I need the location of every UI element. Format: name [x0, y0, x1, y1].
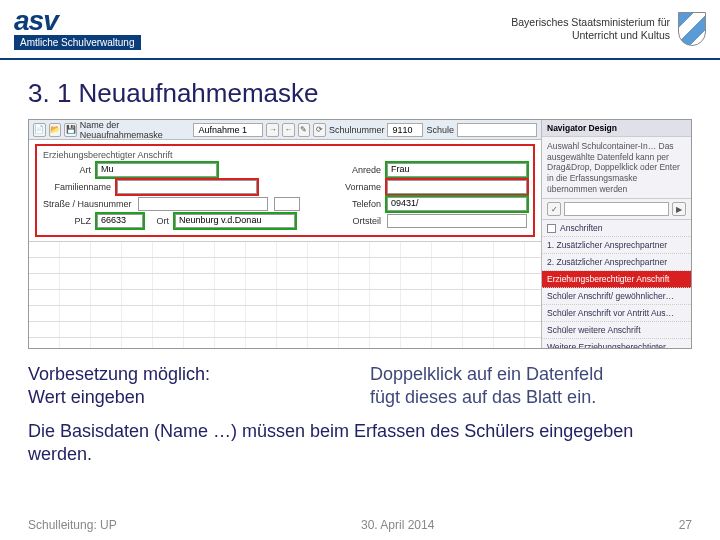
- captions-row: Vorbesetzung möglich: Wert eingeben Dopp…: [0, 349, 720, 416]
- mask-name-field[interactable]: Aufnahme 1: [193, 123, 263, 137]
- side-list: 1. Zusätzlicher Ansprechpartner 2. Zusät…: [542, 237, 691, 348]
- hausnr-input[interactable]: [274, 197, 300, 211]
- anrede-label: Anrede: [341, 165, 381, 175]
- ministry-line1: Bayerisches Staatsministerium für: [511, 16, 670, 29]
- slide-footer: Schulleitung: UP 30. April 2014 27: [0, 518, 720, 532]
- side-section-label: Anschriften: [560, 223, 603, 233]
- bavaria-crest-icon: [678, 12, 706, 46]
- plz-label: PLZ: [43, 216, 91, 226]
- schule-field[interactable]: [457, 123, 537, 137]
- app-main: 📄 📂 💾 Name der Neuaufnahmemaske Aufnahme…: [29, 120, 541, 348]
- side-item[interactable]: Schüler weitere Anschrift: [542, 322, 691, 339]
- side-item[interactable]: Schüler Anschrift/ gewöhnlicher…: [542, 288, 691, 305]
- slide-header: asv Amtliche Schulverwaltung Bayerisches…: [0, 0, 720, 60]
- toolbar-open-icon[interactable]: 📂: [49, 123, 62, 137]
- form-row-1: Art Mu Anrede Frau: [43, 163, 527, 177]
- toolbar-save-icon[interactable]: 💾: [64, 123, 77, 137]
- familienname-label: Familienname: [43, 182, 111, 192]
- footer-right: 27: [679, 518, 692, 532]
- caption-left-l2: Wert eingeben: [28, 386, 350, 409]
- logo-text: asv: [14, 8, 141, 33]
- form-area: Erziehungsberechtigter Anschrift Art Mu …: [29, 140, 541, 242]
- side-item[interactable]: 2. Zusätzlicher Ansprechpartner: [542, 254, 691, 271]
- footer-center: 30. April 2014: [361, 518, 434, 532]
- vorname-input[interactable]: [387, 180, 527, 194]
- toolbar-new-icon[interactable]: 📄: [33, 123, 46, 137]
- side-hint: Auswahl Schulcontainer-In… Das ausgewähl…: [542, 137, 691, 199]
- checkbox-icon[interactable]: [547, 224, 556, 233]
- ort-input[interactable]: Neunburg v.d.Donau: [175, 214, 295, 228]
- ortsteil-label: Ortsteil: [341, 216, 381, 226]
- strasse-input[interactable]: [138, 197, 268, 211]
- mask-name-label: Name der Neuaufnahmemaske: [80, 120, 191, 140]
- side-item-selected[interactable]: Erziehungsberechtigter Anschrift: [542, 271, 691, 288]
- form-group-label: Erziehungsberechtigter Anschrift: [43, 150, 527, 160]
- logo-subtitle: Amtliche Schulverwaltung: [14, 35, 141, 50]
- vorname-label: Vorname: [341, 182, 381, 192]
- caption-right-l2: fügt dieses auf das Blatt ein.: [370, 386, 692, 409]
- caption-right-l1: Doppelklick auf ein Datenfeld: [370, 363, 692, 386]
- side-section-anschriften[interactable]: Anschriften: [542, 220, 691, 237]
- strasse-label: Straße / Hausnummer: [43, 199, 132, 209]
- side-title: Navigator Design: [542, 120, 691, 137]
- plz-input[interactable]: 66633: [97, 214, 143, 228]
- toolbar-arrow-icon[interactable]: →: [266, 123, 279, 137]
- telefon-label: Telefon: [341, 199, 381, 209]
- bottom-text: Die Basisdaten (Name …) müssen beim Erfa…: [0, 416, 720, 467]
- schulnr-label: Schulnummer: [329, 125, 385, 135]
- caption-right: Doppelklick auf ein Datenfeld fügt diese…: [370, 363, 692, 408]
- ministry-line2: Unterricht und Kultus: [511, 29, 670, 42]
- form-highlight-box: Erziehungsberechtigter Anschrift Art Mu …: [35, 144, 535, 237]
- telefon-input[interactable]: 09431/: [387, 197, 527, 211]
- schule-label: Schule: [426, 125, 454, 135]
- anrede-input[interactable]: Frau: [387, 163, 527, 177]
- art-label: Art: [43, 165, 91, 175]
- header-right: Bayerisches Staatsministerium für Unterr…: [511, 12, 706, 46]
- side-search-input[interactable]: [564, 202, 669, 216]
- ministry-text: Bayerisches Staatsministerium für Unterr…: [511, 16, 670, 41]
- side-panel: Navigator Design Auswahl Schulcontainer-…: [541, 120, 691, 348]
- caption-left-l1: Vorbesetzung möglich:: [28, 363, 350, 386]
- form-row-2: Familienname Vorname: [43, 180, 527, 194]
- app-screenshot: 📄 📂 💾 Name der Neuaufnahmemaske Aufnahme…: [28, 119, 692, 349]
- side-search-row: ✓ ▶: [542, 199, 691, 220]
- side-item[interactable]: Weitere Erziehungsberechtigter…: [542, 339, 691, 348]
- form-row-3: Straße / Hausnummer Telefon 09431/: [43, 197, 527, 211]
- side-item[interactable]: Schüler Anschrift vor Antritt Aus…: [542, 305, 691, 322]
- art-input[interactable]: Mu: [97, 163, 217, 177]
- familienname-input[interactable]: [117, 180, 257, 194]
- ortsteil-input[interactable]: [387, 214, 527, 228]
- side-item[interactable]: 1. Zusätzlicher Ansprechpartner: [542, 237, 691, 254]
- logo-block: asv Amtliche Schulverwaltung: [14, 8, 141, 50]
- caption-left: Vorbesetzung möglich: Wert eingeben: [28, 363, 350, 408]
- toolbar-btn-b-icon[interactable]: ⟳: [313, 123, 326, 137]
- design-grid[interactable]: [29, 242, 541, 348]
- ort-label: Ort: [149, 216, 169, 226]
- footer-left: Schulleitung: UP: [28, 518, 117, 532]
- slide-title: 3. 1 Neuaufnahmemaske: [0, 60, 720, 119]
- form-row-4: PLZ 66633 Ort Neunburg v.d.Donau Ortstei…: [43, 214, 527, 228]
- toolbar-back-icon[interactable]: ←: [282, 123, 295, 137]
- toolbar-btn-a-icon[interactable]: ✎: [298, 123, 311, 137]
- side-check-icon[interactable]: ✓: [547, 202, 561, 216]
- side-go-icon[interactable]: ▶: [672, 202, 686, 216]
- schulnr-field[interactable]: 9110: [387, 123, 423, 137]
- app-toolbar: 📄 📂 💾 Name der Neuaufnahmemaske Aufnahme…: [29, 120, 541, 140]
